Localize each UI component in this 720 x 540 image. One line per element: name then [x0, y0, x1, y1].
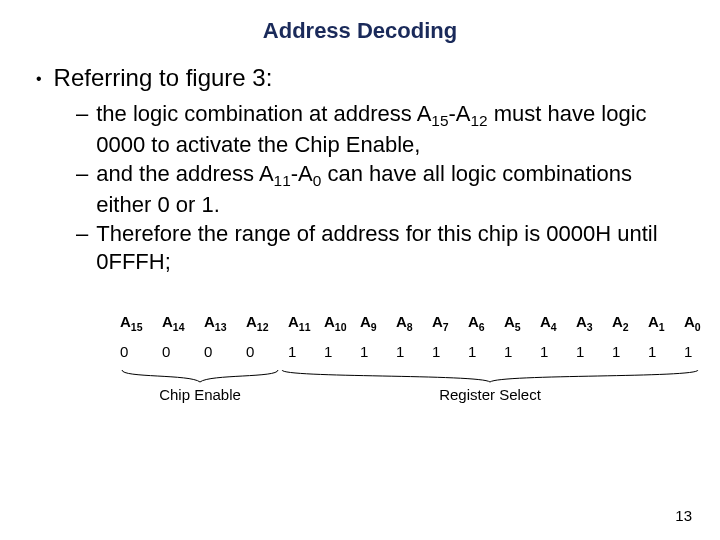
brace-icon	[280, 368, 700, 384]
dash-icon: –	[76, 100, 88, 158]
chip-enable-headers: A15 A14 A13 A12	[120, 313, 288, 333]
address-table: A15 A14 A13 A12 A11 A10 A9 A8 A7 A6 A5 A…	[120, 313, 690, 403]
slide-title: Address Decoding	[30, 18, 690, 44]
dash-icon: –	[76, 220, 88, 275]
sub-bullet-list: – the logic combination at address A15-A…	[76, 100, 690, 275]
sub-bullet-1: the logic combination at address A15-A12…	[96, 100, 690, 158]
bullet-text: Referring to figure 3:	[54, 64, 273, 92]
brace-icon	[120, 368, 280, 384]
chip-enable-label: Chip Enable	[120, 386, 280, 403]
register-select-values: 1 1 1 1 1 1 1 1 1 1 1 1	[288, 343, 720, 360]
register-select-headers: A11 A10 A9 A8 A7 A6 A5 A4 A3 A2 A1 A0	[288, 313, 720, 333]
chip-enable-values: 0 0 0 0	[120, 343, 288, 360]
register-select-label: Register Select	[280, 386, 700, 403]
page-number: 13	[675, 507, 692, 524]
sub-bullet-3: Therefore the range of address for this …	[96, 220, 690, 275]
sub-bullet-2: and the address A11-A0 can have all logi…	[96, 160, 690, 218]
dash-icon: –	[76, 160, 88, 218]
bullet-dot: •	[36, 64, 42, 94]
